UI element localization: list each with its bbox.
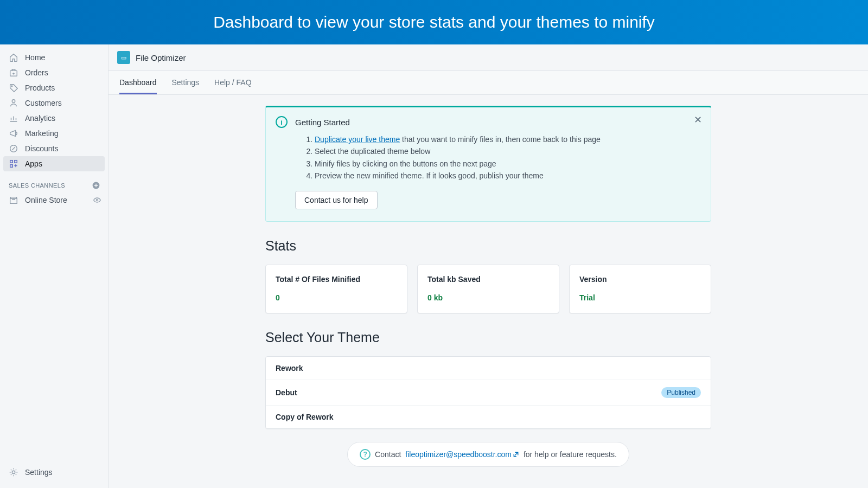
footer-contact: ? Contact fileoptimizer@speedboostr.com … [347, 442, 629, 467]
contact-email-link[interactable]: fileoptimizer@speedboostr.com [405, 450, 519, 459]
stat-label: Total kb Saved [427, 275, 549, 284]
settings-label: Settings [25, 468, 53, 477]
info-icon: i [276, 116, 288, 128]
nav-orders[interactable]: Orders [0, 65, 108, 80]
main-content: ▭ File Optimizer Dashboard Settings Help… [108, 44, 868, 488]
promo-banner: Dashboard to view your store stats and y… [0, 0, 868, 44]
theme-name: Rework [276, 364, 303, 373]
nav-label: Marketing [25, 129, 58, 138]
external-link-icon [513, 451, 519, 458]
svg-rect-6 [10, 165, 13, 168]
tab-bar: Dashboard Settings Help / FAQ [108, 71, 868, 95]
svg-point-8 [96, 199, 98, 201]
nav-settings[interactable]: Settings [0, 464, 108, 480]
chart-icon [9, 113, 18, 123]
channel-label: Online Store [25, 196, 67, 204]
svg-rect-4 [10, 160, 13, 163]
app-header: ▭ File Optimizer [108, 44, 868, 71]
section-label: SALES CHANNELS [9, 182, 65, 189]
person-icon [9, 98, 18, 108]
svg-point-9 [12, 471, 15, 473]
stats-grid: Total # Of Files Minified 0 Total kb Sav… [265, 265, 711, 313]
steps-list: Duplicate your live theme that you want … [315, 133, 701, 182]
contact-help-button[interactable]: Contact us for help [295, 191, 378, 209]
footer-suffix: for help or feature requests. [524, 450, 617, 459]
add-channel-icon[interactable] [92, 181, 100, 190]
step-3: Minify files by clicking on the buttons … [315, 158, 701, 170]
discount-icon [9, 144, 18, 153]
tab-help[interactable]: Help / FAQ [214, 71, 251, 94]
stat-files-minified: Total # Of Files Minified 0 [265, 265, 407, 313]
themes-heading: Select Your Theme [265, 330, 711, 345]
stat-kb-saved: Total kb Saved 0 kb [417, 265, 559, 313]
nav-label: Orders [25, 68, 48, 77]
theme-row[interactable]: Rework [266, 357, 711, 380]
close-icon[interactable]: ✕ [694, 115, 702, 125]
theme-row[interactable]: Debut Published [266, 380, 711, 406]
stat-label: Version [579, 275, 701, 284]
svg-point-1 [11, 86, 12, 87]
tab-settings[interactable]: Settings [172, 71, 200, 94]
nav-label: Products [25, 84, 55, 92]
app-logo-icon: ▭ [117, 51, 130, 64]
apps-icon [9, 159, 18, 169]
sidebar: Home Orders Products Customers Analytics… [0, 44, 108, 488]
nav-label: Analytics [25, 114, 55, 123]
nav-label: Customers [25, 99, 62, 107]
tag-icon [9, 83, 18, 93]
nav-label: Home [25, 53, 45, 62]
store-icon [9, 195, 18, 205]
theme-list: Rework Debut Published Copy of Rework [265, 356, 711, 429]
help-icon: ? [360, 449, 371, 460]
nav-products[interactable]: Products [0, 80, 108, 95]
svg-point-2 [12, 100, 15, 102]
channel-online-store[interactable]: Online Store [0, 192, 108, 208]
stat-value: 0 [276, 293, 397, 302]
step-4: Preview the new minified theme. If it lo… [315, 170, 701, 182]
footer-prefix: Contact [375, 450, 401, 459]
home-icon [9, 53, 18, 62]
sales-channels-header: SALES CHANNELS [0, 171, 108, 192]
duplicate-theme-link[interactable]: Duplicate your live theme [315, 135, 400, 144]
published-badge: Published [661, 387, 701, 398]
app-title: File Optimizer [136, 53, 186, 62]
stat-label: Total # Of Files Minified [276, 275, 397, 284]
step-2: Select the duplicated theme below [315, 145, 701, 157]
nav-analytics[interactable]: Analytics [0, 111, 108, 126]
theme-name: Debut [276, 388, 297, 397]
theme-row[interactable]: Copy of Rework [266, 406, 711, 428]
gear-icon [9, 467, 18, 477]
view-icon[interactable] [93, 196, 101, 204]
megaphone-icon [9, 129, 18, 138]
nav-label: Apps [25, 159, 42, 168]
tab-dashboard[interactable]: Dashboard [119, 71, 157, 94]
banner-text: Dashboard to view your store stats and y… [213, 13, 655, 31]
stat-version: Version Trial [569, 265, 711, 313]
nav-apps[interactable]: Apps [3, 156, 105, 171]
stat-value: 0 kb [427, 293, 549, 302]
nav-customers[interactable]: Customers [0, 95, 108, 111]
nav-discounts[interactable]: Discounts [0, 141, 108, 156]
svg-rect-5 [15, 160, 17, 163]
step-1: Duplicate your live theme that you want … [315, 133, 701, 145]
nav-home[interactable]: Home [0, 50, 108, 65]
getting-started-callout: ✕ i Getting Started Duplicate your live … [265, 106, 711, 222]
callout-title: Getting Started [295, 118, 350, 127]
stat-value: Trial [579, 293, 701, 302]
nav-label: Discounts [25, 144, 58, 153]
orders-icon [9, 68, 18, 78]
stats-heading: Stats [265, 238, 711, 254]
theme-name: Copy of Rework [276, 413, 334, 421]
nav-marketing[interactable]: Marketing [0, 126, 108, 141]
